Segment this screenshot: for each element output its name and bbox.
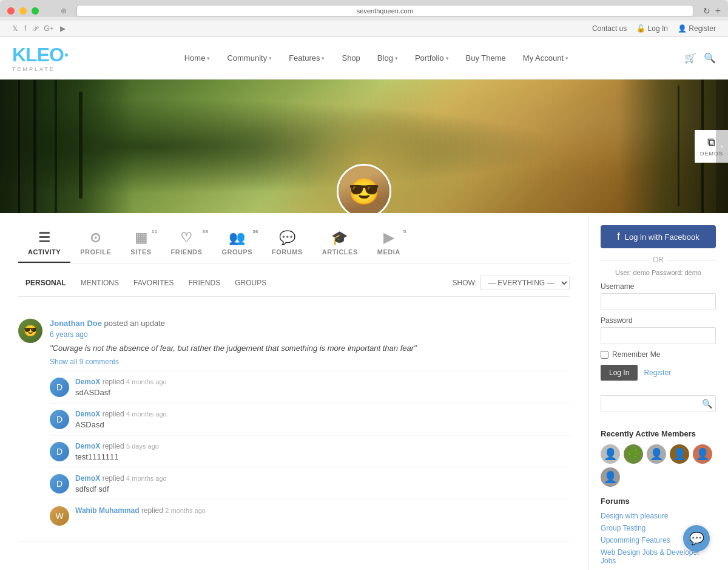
login-button[interactable]: Log In: [601, 365, 638, 381]
comment-avatar[interactable]: D: [50, 474, 69, 494]
sidebar-search-input[interactable]: [601, 395, 716, 412]
post-quote: "Courage is not the absence of fear, but…: [50, 344, 570, 353]
comment-header: DemoX replied 4 months ago: [75, 410, 570, 418]
logo[interactable]: KLEO· TEMPLATE: [12, 44, 69, 72]
search-icon[interactable]: 🔍: [704, 52, 716, 64]
avatar[interactable]: 😎: [337, 164, 391, 213]
facebook-icon[interactable]: f: [24, 24, 26, 33]
cart-icon[interactable]: 🛒: [684, 52, 696, 64]
nav-portfolio[interactable]: Portfolio▾: [408, 49, 456, 67]
activity-post: 😎 Jonathan Doe posted an update 6 years …: [18, 309, 570, 542]
comment-avatar[interactable]: D: [50, 410, 69, 429]
post-time[interactable]: 6 years ago: [50, 330, 570, 339]
tab-forums[interactable]: 💬 FORUMS: [262, 225, 312, 263]
remember-me-row: Remember Me: [601, 350, 716, 359]
tab-sites[interactable]: 11 ▦ SITES: [121, 225, 161, 263]
nav-home[interactable]: Home▾: [177, 49, 218, 67]
logo-text: KLEO·: [12, 44, 69, 66]
pinterest-icon[interactable]: 𝒫: [32, 24, 38, 33]
username-field-group: Username: [601, 282, 716, 310]
member-avatar[interactable]: 👤: [670, 444, 689, 464]
login-link[interactable]: 🔓 Log In: [636, 24, 668, 33]
comments-list: D DemoX replied 4 months ago sdASDasf: [50, 371, 570, 532]
facebook-login-button[interactable]: f Log in with Facebook: [601, 225, 716, 248]
browser-controls: ⊕ seventhqueen.com ↻ +: [7, 5, 721, 17]
googleplus-icon[interactable]: G+: [44, 24, 53, 33]
logo-kleo-text: KLEO: [12, 44, 64, 66]
show-comments-link[interactable]: Show all 9 comments: [50, 358, 570, 366]
filter-groups[interactable]: GROUPS: [228, 276, 274, 290]
comment-item: D DemoX replied 4 months ago sdfsdf sdf: [50, 467, 570, 500]
register-link[interactable]: 👤 Register: [678, 24, 716, 33]
nav-blog[interactable]: Blog▾: [370, 49, 405, 67]
tab-media[interactable]: 5 ▶ MEDIA: [368, 225, 410, 263]
comment-action: replied: [103, 474, 126, 483]
minimize-dot[interactable]: [19, 7, 27, 15]
show-label: SHOW:: [453, 279, 477, 287]
comment-author[interactable]: Wahib Muhammad: [75, 506, 140, 515]
member-avatar[interactable]: 👤: [601, 467, 620, 487]
new-tab-icon[interactable]: +: [715, 5, 721, 16]
member-avatar[interactable]: 👤: [601, 444, 620, 464]
comment-avatar[interactable]: W: [50, 506, 69, 526]
filter-tabs: PERSONAL MENTIONS FAVORITES FRIENDS GROU…: [18, 276, 274, 290]
filter-mentions[interactable]: MENTIONS: [73, 276, 126, 290]
chat-bubble-button[interactable]: 💬: [683, 525, 710, 552]
activity-filter-bar: PERSONAL MENTIONS FAVORITES FRIENDS GROU…: [18, 276, 570, 297]
recently-active-members: 👤 🌿 👤 👤 👤 👤: [601, 444, 716, 487]
maximize-dot[interactable]: [32, 7, 39, 15]
tab-articles-label: ARTICLES: [322, 248, 358, 256]
nav-shop[interactable]: Shop: [334, 49, 367, 67]
everything-select[interactable]: — EVERYTHING —: [480, 276, 570, 290]
forum-link[interactable]: Design with pleasure: [601, 512, 716, 520]
fb-login-label: Log in with Facebook: [625, 232, 699, 242]
address-bar[interactable]: seventhqueen.com: [76, 5, 693, 17]
nav-my-account[interactable]: My Account▾: [516, 49, 576, 67]
nav-buy-theme[interactable]: Buy Theme: [459, 49, 513, 67]
member-avatar[interactable]: 🌿: [624, 444, 643, 464]
filter-favorites[interactable]: FAVORITES: [126, 276, 181, 290]
tab-profile[interactable]: ⊙ PROFILE: [70, 225, 121, 263]
password-input[interactable]: [601, 327, 716, 344]
logo-template-text: TEMPLATE: [12, 66, 69, 72]
comment-item: D DemoX replied 4 months ago sdASDasf: [50, 371, 570, 403]
comment-avatar[interactable]: D: [50, 378, 69, 397]
username-input[interactable]: [601, 293, 716, 310]
comment-action: replied: [103, 410, 126, 418]
sidebar-search-button[interactable]: 🔍: [702, 399, 712, 409]
comment-avatar[interactable]: D: [50, 442, 69, 461]
main-content: ☰ ACTIVITY ⊙ PROFILE 11 ▦ SITES 38 ♡ FRI…: [0, 213, 728, 570]
login-actions: Log In Register: [601, 365, 716, 381]
comment-body: DemoX replied 4 months ago sdASDasf: [75, 378, 570, 397]
filter-personal[interactable]: PERSONAL: [18, 276, 73, 290]
reload-icon[interactable]: ↻: [703, 6, 710, 16]
comment-author[interactable]: DemoX: [75, 442, 100, 450]
twitter-icon[interactable]: 𝕏: [12, 24, 18, 33]
comment-author[interactable]: DemoX: [75, 410, 100, 418]
comment-time: 4 months ago: [126, 475, 167, 482]
tab-groups-label: GROUPS: [221, 248, 252, 256]
close-dot[interactable]: [7, 7, 15, 15]
member-avatar[interactable]: 👤: [693, 444, 712, 464]
scroll-right-arrow[interactable]: ›: [716, 80, 728, 213]
post-author-avatar[interactable]: 😎: [18, 319, 42, 343]
tab-articles[interactable]: 🎓 ARTICLES: [312, 225, 368, 263]
comment-author[interactable]: DemoX: [75, 474, 100, 483]
register-link[interactable]: Register: [644, 368, 671, 377]
comment-text: sdfsdf sdf: [75, 484, 570, 494]
tab-groups[interactable]: 36 👥 GROUPS: [212, 225, 262, 263]
tab-activity[interactable]: ☰ ACTIVITY: [18, 225, 70, 263]
tab-friends[interactable]: 38 ♡ FRIENDS: [161, 225, 212, 263]
member-avatar[interactable]: 👤: [647, 444, 666, 464]
comment-author[interactable]: DemoX: [75, 378, 100, 386]
nav-features[interactable]: Features▾: [281, 49, 332, 67]
filter-friends[interactable]: FRIENDS: [181, 276, 228, 290]
youtube-icon[interactable]: ▶: [60, 24, 66, 33]
post-action-text: posted an update: [104, 319, 165, 328]
comment-header: DemoX replied 5 days ago: [75, 442, 570, 450]
nav-community[interactable]: Community▾: [220, 49, 279, 67]
post-author-name[interactable]: Jonathan Doe: [50, 319, 102, 328]
contact-us-link[interactable]: Contact us: [592, 24, 627, 33]
media-icon: ▶: [383, 230, 394, 246]
remember-me-checkbox[interactable]: [601, 351, 608, 359]
